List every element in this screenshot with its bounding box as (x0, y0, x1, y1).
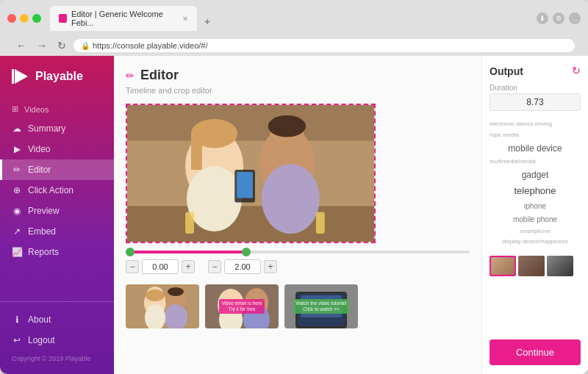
maximize-button[interactable] (32, 14, 41, 23)
svg-rect-15 (237, 172, 253, 198)
sidebar-item-label: Video (28, 144, 50, 154)
browser-tab-active[interactable]: Editor | Generic Welcome Febi... ✕ (50, 6, 197, 31)
thumb-svg-1 (126, 284, 199, 328)
tag-3: mobile device (490, 142, 581, 156)
tag-4: multimedia/media (490, 157, 536, 167)
start-decrease-button[interactable]: − (126, 260, 139, 273)
address-bar[interactable]: 🔒 https://console.playable.video/#/ (74, 39, 575, 52)
mini-thumb-3[interactable] (547, 256, 573, 276)
svg-rect-3 (127, 105, 374, 141)
tag-6: telephone (490, 184, 581, 199)
tag-2: rope media (490, 131, 519, 140)
tag-10: display device/happiness (490, 237, 581, 247)
svg-point-24 (168, 287, 184, 296)
svg-point-21 (146, 290, 165, 301)
sidebar-section-label: Videos (24, 105, 49, 114)
output-panel: Output ↻ Duration 8.73 electronic device… (481, 56, 588, 374)
minimize-button[interactable] (20, 14, 29, 23)
thumbnails-row: Video email is hereTry it for free Watch… (126, 284, 470, 328)
video-frame-image (127, 105, 374, 242)
thumbnail-3[interactable]: Watch the video tutorial!Click to watch … (284, 284, 358, 328)
preview-icon: ◉ (12, 206, 22, 216)
end-time-input[interactable] (224, 259, 261, 274)
main-content: ✏ Editor Timeline and crop editor (114, 56, 588, 374)
new-tab-button[interactable]: + (198, 12, 216, 31)
reports-icon: 📈 (12, 247, 22, 257)
sidebar-item-preview[interactable]: ◉ Preview (0, 201, 114, 221)
svg-point-9 (187, 166, 242, 231)
sidebar-item-embed[interactable]: ↗ Embed (0, 221, 114, 242)
sidebar-item-video[interactable]: ▶ Video (0, 139, 114, 159)
sidebar-item-label: Summary (28, 123, 65, 134)
sidebar-item-summary[interactable]: ☁ Summary (0, 118, 114, 139)
end-increase-button[interactable]: + (264, 260, 277, 273)
address-bar-row: ← → ↻ 🔒 https://console.playable.video/#… (7, 35, 581, 56)
tag-1: driving (535, 120, 553, 129)
forward-button[interactable]: → (34, 38, 50, 53)
start-increase-button[interactable]: + (182, 260, 195, 273)
back-button[interactable]: ← (13, 38, 29, 53)
copyright-text: Copyright © 2019 Playable (0, 350, 114, 367)
thumbnail-2[interactable]: Video email is hereTry it for free (205, 284, 279, 328)
sidebar-section-header-videos: ⊞ Videos (0, 100, 114, 118)
sidebar-item-about[interactable]: ℹ About (0, 309, 114, 330)
logo-text: Playable (35, 70, 83, 83)
svg-rect-8 (191, 134, 202, 170)
embed-icon: ↗ (12, 226, 22, 237)
secure-icon: 🔒 (81, 42, 90, 50)
close-button[interactable] (7, 14, 16, 23)
sidebar-item-label: Logout (28, 335, 55, 345)
start-time-input[interactable] (142, 259, 179, 274)
sidebar-item-label: Click Action (28, 185, 74, 195)
page-title: Editor (140, 68, 179, 83)
sidebar-item-label: Embed (28, 226, 56, 237)
url-text: https://console.playable.video/#/ (93, 41, 208, 50)
mini-thumb-2[interactable] (518, 256, 545, 276)
browser-action-3[interactable]: … (569, 12, 581, 24)
end-decrease-button[interactable]: − (208, 260, 221, 273)
sidebar-item-editor[interactable]: ✏ Editor (0, 159, 114, 180)
thumb-previews (490, 256, 581, 276)
time-controls: − + − + (126, 259, 470, 274)
sidebar-item-logout[interactable]: ↩ Logout (0, 330, 114, 350)
page-title-icon: ✏ (126, 70, 135, 82)
thumb-3-label: Watch the video tutorial!Click to watch … (293, 299, 349, 314)
browser-action-2[interactable]: ⚙ (553, 12, 564, 24)
tag-8: mobile phone (490, 214, 581, 226)
tag-5: gadget (490, 168, 581, 182)
thumbnail-1[interactable] (126, 284, 199, 328)
browser-chrome: Editor | Generic Welcome Febi... ✕ + ⬇ ⚙… (0, 0, 588, 56)
logout-icon: ↩ (12, 335, 22, 345)
browser-action-1[interactable]: ⬇ (537, 12, 548, 24)
sidebar-item-label: About (28, 314, 51, 325)
output-title: Output (490, 65, 523, 77)
svg-rect-17 (316, 212, 325, 234)
tab-close-button[interactable]: ✕ (182, 15, 188, 23)
browser-window: Editor | Generic Welcome Febi... ✕ + ⬇ ⚙… (0, 0, 588, 374)
svg-point-12 (268, 115, 306, 137)
video-editor-frame (126, 104, 376, 243)
about-icon: ℹ (12, 314, 22, 325)
page-header: ✏ Editor (126, 68, 470, 83)
sidebar-item-reports[interactable]: 📈 Reports (0, 242, 114, 262)
svg-rect-16 (185, 212, 194, 234)
tab-favicon (59, 14, 67, 23)
timeline-handle-right[interactable] (242, 248, 251, 256)
page-subtitle: Timeline and crop editor (126, 86, 470, 95)
duration-value: 8.73 (490, 93, 581, 111)
refresh-button[interactable]: ↻ (54, 38, 69, 53)
thumb-3-overlay: Watch the video tutorial!Click to watch … (284, 284, 358, 328)
continue-button[interactable]: Continue (490, 339, 581, 365)
browser-actions: ⬇ ⚙ … (537, 12, 581, 24)
timeline-fill (126, 251, 246, 253)
tab-bar: Editor | Generic Welcome Febi... ✕ + (50, 6, 531, 31)
timeline-track[interactable] (126, 251, 470, 253)
timeline-handle-left[interactable] (126, 248, 135, 256)
sidebar-item-click-action[interactable]: ⊕ Click Action (0, 180, 114, 201)
thumb-2-overlay: Video email is hereTry it for free (205, 284, 279, 328)
mini-thumb-1[interactable] (490, 256, 516, 276)
output-refresh-button[interactable]: ↻ (572, 65, 581, 76)
video-icon: ▶ (12, 144, 22, 154)
sidebar-item-label: Editor (28, 165, 51, 175)
sidebar-item-label: Reports (28, 247, 59, 257)
